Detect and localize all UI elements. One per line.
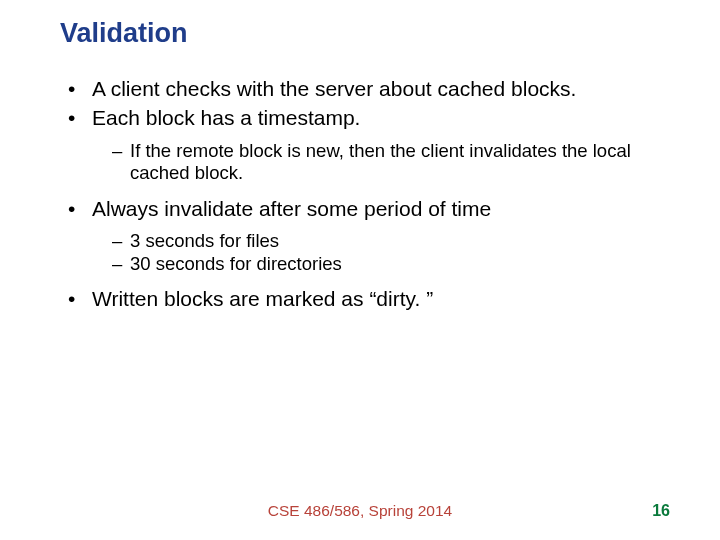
slide-content: • A client checks with the server about … [60,75,660,312]
bullet-level2: – If the remote block is new, then the c… [112,140,660,185]
bullet-text: 30 seconds for directories [130,253,342,276]
bullet-text: A client checks with the server about ca… [92,75,576,102]
bullet-text: Each block has a timestamp. [92,104,360,131]
bullet-level1: • Each block has a timestamp. [68,104,660,131]
slide-title: Validation [60,18,660,49]
bullet-dot-icon: • [68,285,92,312]
bullet-level2: – 3 seconds for files [112,230,660,253]
bullet-text: Always invalidate after some period of t… [92,195,491,222]
bullet-dash-icon: – [112,140,130,185]
bullet-level1: • A client checks with the server about … [68,75,660,102]
footer-course: CSE 486/586, Spring 2014 [0,502,720,520]
footer-page-number: 16 [652,502,670,520]
bullet-dash-icon: – [112,230,130,253]
bullet-dot-icon: • [68,195,92,222]
bullet-level1: • Written blocks are marked as “dirty. ” [68,285,660,312]
bullet-level2: – 30 seconds for directories [112,253,660,276]
bullet-text: 3 seconds for files [130,230,279,253]
bullet-dot-icon: • [68,75,92,102]
slide: Validation • A client checks with the se… [0,0,720,540]
bullet-dot-icon: • [68,104,92,131]
bullet-dash-icon: – [112,253,130,276]
bullet-text: If the remote block is new, then the cli… [130,140,660,185]
bullet-level1: • Always invalidate after some period of… [68,195,660,222]
bullet-text: Written blocks are marked as “dirty. ” [92,285,433,312]
